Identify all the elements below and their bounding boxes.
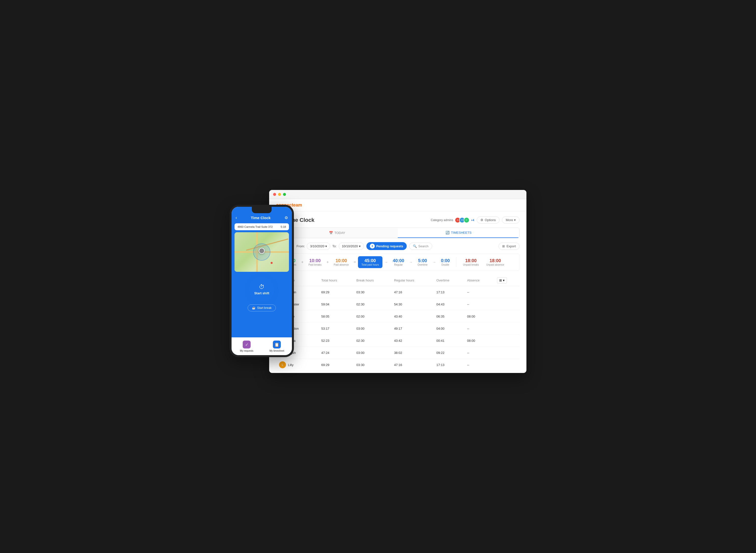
- phone-map: [234, 232, 289, 272]
- cell-action-4: [494, 335, 520, 347]
- pending-label: Pending requests: [376, 244, 403, 248]
- columns-settings-button[interactable]: ⊞ ▾: [497, 277, 507, 284]
- operator-plus-1: +: [301, 260, 304, 264]
- window-fullscreen-dot[interactable]: [283, 193, 286, 196]
- cell-regular-4: 43:42: [391, 335, 434, 347]
- my-timesheet-nav-item[interactable]: 📋 My timesheet: [262, 337, 292, 355]
- from-date-picker[interactable]: 3/10/2020 ▾: [307, 243, 330, 250]
- cell-regular-3: 49:17: [391, 322, 434, 335]
- window-close-dot[interactable]: [273, 193, 276, 196]
- cell-regular-5: 38:02: [391, 347, 434, 359]
- cell-total-1: 59:04: [318, 298, 354, 310]
- cell-total-0: 69:29: [318, 286, 354, 298]
- cell-absence-0: --: [464, 286, 494, 298]
- pending-count: 3: [370, 244, 375, 249]
- cell-total-6: 69:29: [318, 359, 354, 371]
- col-settings: ⊞ ▾: [494, 275, 520, 286]
- table-row[interactable]: E Elijah 47:24 03:00 38:02 09:22 --: [276, 347, 520, 359]
- my-requests-label: My requests: [240, 349, 253, 352]
- gear-icon: ⚙: [480, 218, 483, 222]
- window-minimize-dot[interactable]: [278, 193, 281, 196]
- pending-requests-button[interactable]: 3 Pending requests: [366, 242, 407, 250]
- table-row[interactable]: G Gordon 53:17 03:00 49:17 04:00 --: [276, 322, 520, 335]
- cell-absence-7: --: [464, 371, 494, 373]
- paid-absence-value: 10:00: [335, 258, 347, 263]
- coffee-icon: ☕: [252, 306, 255, 310]
- cell-break-0: 03:30: [354, 286, 391, 298]
- export-button[interactable]: ⊞ Export: [499, 243, 520, 250]
- cell-break-4: 02:30: [354, 335, 391, 347]
- tab-timesheets-label: TIMESHEETS: [451, 231, 471, 234]
- phone-notch: [252, 207, 272, 213]
- table-row[interactable]: L Lilly 69:29 03:30 47:16 17:13 --: [276, 359, 520, 371]
- cell-regular-2: 43:40: [391, 310, 434, 322]
- cell-overtime-3: 04:00: [434, 322, 464, 335]
- cell-break-7: 02:30: [354, 371, 391, 373]
- cell-overtime-5: 09:22: [434, 347, 464, 359]
- regular-value: 40:00: [393, 258, 404, 263]
- regular-label: Regular: [394, 263, 403, 266]
- category-admins-label: Category admins: [431, 218, 453, 222]
- employees-table: First Name Total hours Break hours Regul…: [276, 275, 520, 373]
- cell-overtime-6: 17:13: [434, 359, 464, 371]
- total-paid-label: Total paid hours: [361, 263, 379, 266]
- tab-today[interactable]: 📅 TODAY: [276, 228, 398, 238]
- app-header: connecteam: [269, 199, 526, 212]
- export-label: Export: [506, 244, 516, 248]
- tab-timesheets[interactable]: 🔄 TIMESHEETS: [398, 228, 519, 238]
- toolbar: ≡ Filter From: 3/10/2020 ▾ To: 10/10/202…: [276, 242, 520, 250]
- search-box[interactable]: 🔍 Search: [409, 243, 432, 250]
- table-row[interactable]: C Cole 58:05 02:00 43:40 06:35 08:00: [276, 310, 520, 322]
- cell-action-2: [494, 310, 520, 322]
- start-shift-button[interactable]: ⏱ Start shift: [249, 277, 274, 302]
- start-break-button[interactable]: ☕ Start break: [248, 304, 276, 311]
- date-range: From: 3/10/2020 ▾ To: 10/10/2020 ▾: [296, 243, 364, 250]
- page-actions: Category admins A B C +4 ⚙ Options: [431, 216, 520, 224]
- cell-regular-1: 54:30: [391, 298, 434, 310]
- unpaid-breaks-label: Unpaid breaks: [463, 263, 479, 266]
- my-requests-icon: ✓: [243, 340, 250, 348]
- stat-regular: 40:00 Regular: [390, 257, 407, 267]
- tabs: 📅 TODAY 🔄 TIMESHEETS: [276, 228, 520, 238]
- unpaid-absence-label: Unpaid absence: [486, 263, 504, 266]
- cell-action-1: [494, 298, 520, 310]
- cell-overtime-1: 04:43: [434, 298, 464, 310]
- cell-overtime-0: 17:13: [434, 286, 464, 298]
- category-admins: Category admins A B C +4: [431, 217, 474, 223]
- chevron-down-icon-to: ▾: [359, 244, 361, 248]
- timesheets-icon: 🔄: [446, 231, 450, 234]
- to-date-picker[interactable]: 10/10/2020 ▾: [339, 243, 364, 250]
- cell-absence-3: --: [464, 322, 494, 335]
- cell-total-5: 47:24: [318, 347, 354, 359]
- cell-absence-6: --: [464, 359, 494, 371]
- col-overtime: Overtime: [434, 275, 464, 286]
- table-row[interactable]: D David 59:04 02:30 54:30 04:43 --: [276, 371, 520, 373]
- table-row[interactable]: C Chester 59:04 02:30 54:30 04:43 --: [276, 298, 520, 310]
- table-row[interactable]: L Lydia 52:23 02:30 43:42 00:41 08:00: [276, 335, 520, 347]
- cell-absence-4: 08:00: [464, 335, 494, 347]
- my-timesheet-icon: 📋: [273, 340, 281, 348]
- phone-time: 5:18: [281, 225, 286, 228]
- table-header-row: First Name Total hours Break hours Regul…: [276, 275, 520, 286]
- more-button[interactable]: More ▾: [502, 216, 520, 224]
- my-requests-nav-item[interactable]: ✓ My requests: [232, 337, 262, 355]
- operator-equals: =: [353, 260, 357, 264]
- export-icon: ⊞: [502, 244, 505, 248]
- page-header: Time Clock Category admins A B C +4: [276, 216, 520, 224]
- phone-title: Time Clock: [251, 216, 271, 220]
- operator-plus-2: +: [326, 260, 329, 264]
- chevron-down-icon: ▾: [514, 218, 516, 222]
- chevron-down-icon-from: ▾: [325, 244, 327, 248]
- phone-back-button[interactable]: ‹: [235, 215, 237, 220]
- cell-break-3: 03:00: [354, 322, 391, 335]
- overtime-label: Overtime: [418, 263, 428, 266]
- unpaid-absence-value: 18:00: [489, 258, 501, 263]
- options-button[interactable]: ⚙ Options: [477, 216, 500, 224]
- cell-break-1: 02:30: [354, 298, 391, 310]
- phone-settings-button[interactable]: ⚙: [285, 216, 288, 220]
- table-row[interactable]: D Devin 69:29 03:30 47:16 17:13 --: [276, 286, 520, 298]
- paid-breaks-label: Paid breaks: [308, 263, 322, 266]
- more-label: More: [506, 218, 513, 222]
- search-placeholder: Search: [418, 244, 429, 248]
- admin-avatar-3: C: [464, 217, 469, 223]
